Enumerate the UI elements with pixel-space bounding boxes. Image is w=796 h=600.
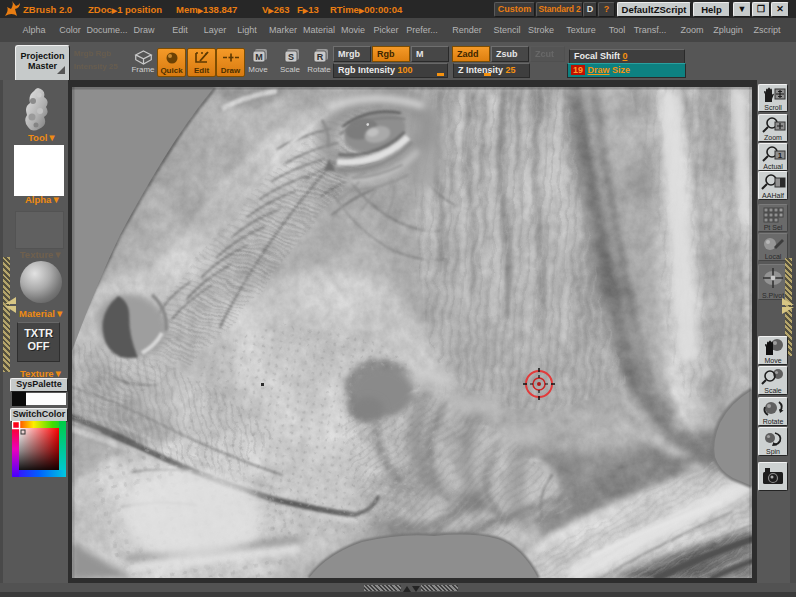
svg-text:R: R (317, 52, 324, 62)
svg-text:M: M (255, 52, 263, 62)
svg-text:S: S (288, 52, 294, 62)
svg-text:1: 1 (778, 151, 783, 160)
